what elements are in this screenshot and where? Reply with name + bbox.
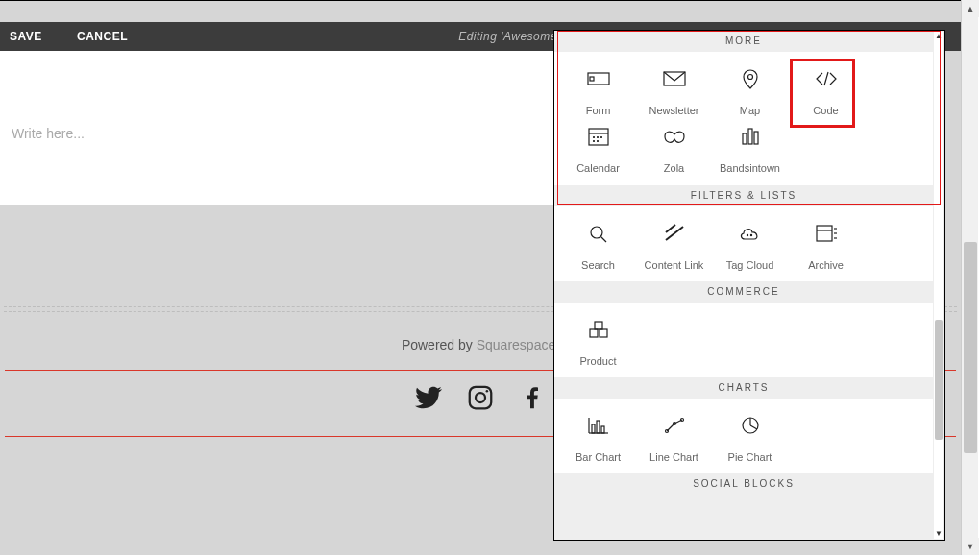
tile-label: Content Link: [636, 258, 712, 272]
svg-point-21: [747, 234, 747, 235]
svg-line-43: [750, 425, 757, 429]
powered-prefix: Powered by: [402, 337, 477, 352]
svg-rect-4: [590, 77, 594, 81]
tile-content-link[interactable]: Content Link: [636, 216, 712, 274]
svg-rect-30: [600, 329, 607, 337]
tile-form[interactable]: Form: [560, 61, 636, 119]
calendar-icon: [586, 126, 611, 151]
archive-icon: [814, 223, 839, 248]
block-editor[interactable]: Write here...: [0, 51, 553, 205]
svg-point-13: [597, 141, 598, 142]
product-icon: [586, 319, 611, 344]
svg-rect-16: [754, 132, 758, 144]
svg-rect-33: [592, 424, 595, 433]
svg-point-11: [600, 137, 601, 138]
tile-search[interactable]: Search: [560, 216, 636, 274]
tile-label: Pie Chart: [712, 450, 788, 464]
tile-line-chart[interactable]: Line Chart: [636, 408, 712, 466]
tile-pie-chart[interactable]: Pie Chart: [712, 408, 788, 466]
tile-map[interactable]: Map: [712, 61, 788, 119]
tile-label: Product: [560, 354, 636, 368]
cloud-icon: [738, 223, 763, 248]
commerce-grid: Product: [554, 303, 933, 377]
section-header-filters: FILTERS & LISTS: [554, 185, 933, 206]
line-chart-icon: [662, 415, 687, 440]
scroll-down-icon[interactable]: ▼: [934, 529, 943, 539]
scroll-up-icon[interactable]: ▲: [962, 0, 979, 17]
powered-brand-link[interactable]: Squarespace: [477, 337, 556, 352]
tile-label: Bandsintown: [712, 161, 788, 175]
section-header-social: SOCIAL BLOCKS: [554, 473, 933, 495]
svg-rect-3: [588, 73, 609, 85]
save-button[interactable]: SAVE: [10, 30, 42, 43]
section-header-commerce: COMMERCE: [554, 281, 933, 303]
tile-tag-cloud[interactable]: Tag Cloud: [712, 216, 788, 274]
tile-zola[interactable]: Zola: [636, 119, 712, 177]
window-scrollbar[interactable]: ▲ ▼: [961, 0, 978, 555]
svg-line-20: [666, 225, 675, 232]
section-header-more: MORE: [554, 31, 933, 52]
svg-point-6: [747, 75, 752, 80]
tile-label: Tag Cloud: [712, 258, 788, 272]
svg-line-18: [600, 236, 606, 242]
svg-rect-7: [589, 129, 608, 145]
tile-label: Newsletter: [636, 104, 712, 117]
tile-label: Archive: [788, 258, 864, 272]
tile-label: Calendar: [560, 161, 636, 175]
tile-bandsintown[interactable]: Bandsintown: [712, 119, 788, 177]
tile-bar-chart[interactable]: Bar Chart: [560, 408, 636, 466]
tile-newsletter[interactable]: Newsletter: [636, 61, 712, 119]
svg-line-40: [674, 420, 682, 424]
tile-label: Code: [788, 104, 864, 117]
svg-line-19: [666, 227, 683, 240]
facebook-icon[interactable]: [508, 388, 556, 404]
code-icon: [814, 68, 839, 93]
svg-rect-15: [748, 129, 752, 144]
envelope-icon: [662, 68, 687, 93]
scroll-down-icon[interactable]: ▼: [962, 538, 979, 555]
svg-rect-0: [470, 387, 492, 409]
svg-rect-35: [601, 426, 604, 433]
scroll-thumb[interactable]: [964, 242, 977, 453]
tile-product[interactable]: Product: [560, 312, 636, 370]
tile-code[interactable]: Code: [788, 61, 864, 119]
tile-archive[interactable]: Archive: [788, 216, 864, 274]
rings-icon: [662, 126, 687, 151]
charts-grid: Bar Chart Line Chart Pie Chart: [554, 399, 933, 473]
scroll-up-icon[interactable]: ▲: [934, 32, 943, 41]
more-grid: Form Newsletter Map Code Calendar: [554, 52, 933, 185]
svg-rect-14: [743, 133, 747, 144]
panel-scrollbar[interactable]: ▲ ▼: [934, 32, 943, 539]
tile-calendar[interactable]: Calendar: [560, 119, 636, 177]
cancel-button[interactable]: CANCEL: [77, 30, 128, 43]
form-icon: [586, 68, 611, 93]
svg-rect-23: [817, 226, 832, 241]
twitter-icon[interactable]: [404, 388, 456, 404]
svg-point-9: [593, 137, 594, 138]
scroll-thumb[interactable]: [935, 320, 943, 440]
bar-chart-icon: [586, 415, 611, 440]
section-header-charts: CHARTS: [554, 377, 933, 399]
filters-grid: Search Content Link Tag Cloud Archive: [554, 206, 933, 281]
svg-rect-28: [595, 322, 602, 329]
pie-chart-icon: [738, 415, 763, 440]
instagram-icon[interactable]: [456, 388, 508, 404]
svg-line-39: [667, 424, 674, 431]
svg-point-2: [486, 390, 489, 393]
svg-point-22: [750, 234, 751, 235]
search-icon: [586, 223, 611, 248]
tile-label: Search: [560, 258, 636, 272]
pin-icon: [738, 68, 763, 93]
tile-label: Form: [560, 104, 636, 117]
tile-label: Zola: [636, 161, 712, 175]
tile-label: Map: [712, 104, 788, 117]
block-picker-panel: MORE Form Newsletter Map Code: [553, 30, 945, 541]
bandsintown-icon: [738, 126, 763, 151]
page-canvas: SAVE CANCEL Editing 'Awesome Table' Writ…: [0, 0, 961, 555]
svg-point-17: [591, 227, 602, 238]
svg-point-12: [593, 141, 594, 142]
link-icon: [662, 223, 687, 248]
tile-label: Bar Chart: [560, 450, 636, 464]
svg-point-10: [597, 137, 598, 138]
svg-point-1: [476, 393, 485, 402]
